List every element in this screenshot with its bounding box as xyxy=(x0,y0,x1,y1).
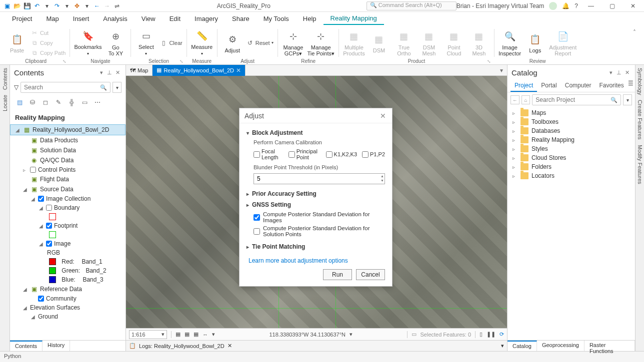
compute-images-checkbox[interactable] xyxy=(254,214,260,221)
section-gnss[interactable]: ▸GNSS Setting xyxy=(246,199,385,210)
dock-tab-modify-features[interactable]: Modify Features xyxy=(637,145,643,184)
logs-tab-label[interactable]: Logs: Reality_Hollywood_Bowl_2D xyxy=(139,343,224,349)
blunder-threshold-input[interactable] xyxy=(254,173,385,184)
tree-ground[interactable]: ◢Ground xyxy=(10,312,126,321)
search-options-button[interactable]: ▾ xyxy=(112,82,122,93)
panel-menu-icon[interactable]: ▾ xyxy=(98,69,106,76)
status-icon-1[interactable]: ▦ xyxy=(176,331,180,338)
nav-home-icon[interactable]: ⌂ xyxy=(522,95,530,104)
cat-cloud[interactable]: ▹Cloud Stores xyxy=(510,153,632,162)
copy-button[interactable]: ⧉Copy xyxy=(31,38,66,47)
coords-drop-icon[interactable]: ▾ xyxy=(350,331,352,338)
contents-tree[interactable]: Reality Mapping ◢▦Reality_Hollywood_Bowl… xyxy=(10,110,126,340)
manage-tie-points-button[interactable]: ⊹ManageTie Points▾ xyxy=(307,29,334,56)
cancel-button[interactable]: Cancel xyxy=(356,269,385,280)
snap-icon[interactable]: ▯ xyxy=(480,331,482,338)
map-tab-active[interactable]: ▦Reality_Hollywood_Bowl_2D✕ xyxy=(152,65,246,76)
principal-point-checkbox[interactable] xyxy=(288,151,295,158)
catalog-search-input[interactable] xyxy=(536,96,610,103)
undo-icon[interactable]: ↶ xyxy=(33,2,41,10)
open-project-icon[interactable]: 📂 xyxy=(13,2,21,10)
3d-mesh-button[interactable]: ▦3DMesh xyxy=(468,29,490,56)
save-icon[interactable]: 💾 xyxy=(23,2,31,10)
tree-solution-data[interactable]: ▣Solution Data xyxy=(10,145,126,155)
product-launcher-icon[interactable]: ⤡ xyxy=(487,59,491,64)
cat-tab-computer[interactable]: Computer xyxy=(561,80,596,92)
copy-path-button[interactable]: ⧉Copy Path xyxy=(31,48,66,57)
python-label[interactable]: Python xyxy=(4,353,21,359)
cat-btab-geoprocessing[interactable]: Geoprocessing xyxy=(537,341,584,351)
status-icon-2[interactable]: ▦ xyxy=(184,331,190,338)
map-tab-map[interactable]: 🗺Map xyxy=(126,65,152,76)
tab-my-tools[interactable]: My Tools xyxy=(256,13,296,24)
boundary-checkbox[interactable] xyxy=(46,205,52,211)
learn-more-link[interactable]: Learn more about adjustment options xyxy=(246,252,385,264)
status-icon-4[interactable]: ↔ xyxy=(202,332,208,338)
selection-launcher-icon[interactable]: ⤡ xyxy=(180,59,184,64)
focal-length-check[interactable]: Focal Length xyxy=(254,148,284,160)
cat-reality[interactable]: ▹Reality Mapping xyxy=(510,135,632,144)
tree-qaqc[interactable]: ◉QA/QC Data xyxy=(10,155,126,165)
history-tab[interactable]: History xyxy=(42,341,70,351)
p12-checkbox[interactable] xyxy=(362,151,368,158)
close-button[interactable]: ✕ xyxy=(625,2,641,9)
contents-search[interactable]: 🔍 xyxy=(20,82,110,93)
cat-toolboxes[interactable]: ▹Toolboxes xyxy=(510,117,632,126)
dock-tab-create-features[interactable]: Create Features xyxy=(637,100,643,139)
contents-tab[interactable]: Contents xyxy=(10,341,42,351)
tree-image[interactable]: ◢Image xyxy=(10,239,126,248)
dock-tab-contents[interactable]: Contents xyxy=(2,68,8,90)
adjust-button[interactable]: ⚙Adjust xyxy=(222,32,244,53)
catalog-pin-icon[interactable]: ⊥ xyxy=(615,69,623,76)
tab-share[interactable]: Share xyxy=(225,13,256,24)
tab-analysis[interactable]: Analysis xyxy=(96,13,134,24)
footprint-checkbox[interactable] xyxy=(46,223,52,229)
map-tab-menu-icon[interactable]: ▾ xyxy=(496,67,507,74)
cat-locators[interactable]: ▹Locators xyxy=(510,171,632,180)
explore-icon[interactable]: ✥ xyxy=(73,2,81,10)
explore-drop-icon[interactable]: ▾ xyxy=(83,2,91,10)
k123-check[interactable]: K1,K2,K3 xyxy=(326,151,357,158)
catalog-close-icon[interactable]: ✕ xyxy=(623,69,631,76)
tab-imagery[interactable]: Imagery xyxy=(188,13,225,24)
cat-btab-catalog[interactable]: Catalog xyxy=(508,341,537,351)
undo-drop-icon[interactable]: ▾ xyxy=(43,2,51,10)
p12-check[interactable]: P1,P2 xyxy=(362,151,385,158)
nav-back-icon[interactable]: ← xyxy=(510,95,520,104)
measure-button[interactable]: 📏Measure▾ xyxy=(191,29,213,57)
run-button[interactable]: Run xyxy=(323,269,352,280)
tree-reference-data[interactable]: ◢▣Reference Data xyxy=(10,284,126,294)
status-icon-5[interactable]: ▾ xyxy=(212,331,215,338)
catalog-menu-icon[interactable]: ▾ xyxy=(607,69,615,76)
reset-button[interactable]: ↺Reset ▾ xyxy=(246,38,274,47)
logs-close-icon[interactable]: ✕ xyxy=(228,343,232,349)
tree-footprint[interactable]: ◢Footprint xyxy=(10,221,126,230)
redo-drop-icon[interactable]: ▾ xyxy=(63,2,71,10)
logs-button[interactable]: 📋Logs xyxy=(524,32,546,53)
image-collection-checkbox[interactable] xyxy=(38,196,44,202)
compute-solution-checkbox[interactable] xyxy=(254,228,260,235)
cat-styles[interactable]: ▹Styles xyxy=(510,144,632,153)
tree-elevation-surfaces[interactable]: ◢Elevation Surfaces xyxy=(10,303,126,312)
select-button[interactable]: ▭Select▾ xyxy=(135,29,157,57)
tree-flight-data[interactable]: ▣Flight Data xyxy=(10,174,126,184)
manage-gcps-button[interactable]: ⊹ManageGCPs▾ xyxy=(282,29,304,56)
image-checkbox[interactable] xyxy=(46,241,52,247)
cat-tab-favorites[interactable]: Favorites xyxy=(595,80,628,92)
back-icon[interactable]: ← xyxy=(93,2,101,10)
list-by-snap-icon[interactable]: ╬ xyxy=(66,97,77,108)
ribbon-collapse-icon[interactable]: ˄ xyxy=(629,27,640,64)
community-checkbox[interactable] xyxy=(38,296,44,302)
avatar[interactable] xyxy=(549,2,557,10)
tree-root[interactable]: ◢▦Reality_Hollywood_Bowl_2D xyxy=(10,124,126,135)
section-tie-point[interactable]: ▸Tie Point Matching xyxy=(246,241,385,252)
close-icon[interactable]: ✕ xyxy=(236,67,241,74)
cat-maps[interactable]: ▹Maps xyxy=(510,108,632,117)
tree-control-points[interactable]: ▹Control Points xyxy=(10,165,126,174)
scale-input[interactable]: 1:616▾ xyxy=(129,330,167,339)
section-prior-accuracy[interactable]: ▸Prior Accuracy Setting xyxy=(246,188,385,199)
true-ortho-button[interactable]: ▦TrueOrtho xyxy=(393,29,415,56)
clear-button[interactable]: ▯Clear xyxy=(160,38,182,47)
cat-tab-portal[interactable]: Portal xyxy=(537,80,560,92)
cat-tab-project[interactable]: Project xyxy=(510,80,537,92)
